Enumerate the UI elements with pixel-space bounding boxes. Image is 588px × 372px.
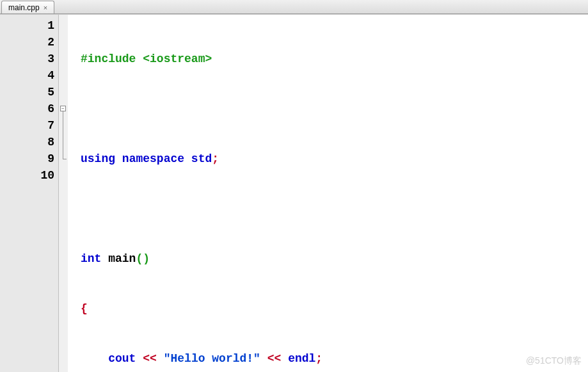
token-header: <iostream>: [143, 53, 212, 65]
token-brace: {: [81, 302, 88, 315]
code-line: #include <iostream>: [81, 51, 588, 67]
tab-filename: main.cpp: [8, 3, 40, 12]
line-number: 6: [0, 101, 54, 117]
token-keyword: namespace: [122, 152, 184, 165]
fold-guide: [63, 134, 63, 150]
line-number: 4: [0, 67, 54, 84]
fold-cell: [59, 117, 68, 134]
file-tab[interactable]: main.cpp ×: [1, 1, 54, 13]
fold-gutter: −: [59, 15, 68, 372]
code-line: cout << "Hello world!" << endl;: [81, 350, 588, 367]
line-number: 7: [0, 117, 54, 134]
token-paren: (: [136, 252, 143, 265]
token-keyword: int: [81, 252, 101, 265]
fold-cell: [59, 167, 68, 184]
code-line: {: [81, 300, 588, 317]
line-number: 2: [0, 34, 54, 51]
line-number: 3: [0, 51, 54, 67]
token-ident: std: [191, 152, 212, 165]
fold-guide: [63, 150, 63, 159]
fold-cell: [59, 51, 68, 67]
fold-guide: [63, 117, 63, 134]
space: [260, 352, 267, 365]
fold-cell: [59, 34, 68, 51]
token-preproc: #include: [81, 53, 136, 65]
fold-guide: [63, 111, 63, 117]
code-line: [81, 101, 588, 117]
line-number: 10: [0, 167, 54, 184]
fold-cell: [59, 84, 68, 101]
space: [157, 352, 164, 365]
fold-cell: [59, 67, 68, 84]
tab-bar: main.cpp ×: [0, 0, 588, 14]
code-line: [81, 200, 588, 217]
line-number: 9: [0, 150, 54, 167]
editor-area: 1 2 3 4 5 6 7 8 9 10 − #include <io: [0, 14, 588, 372]
line-number-gutter: 1 2 3 4 5 6 7 8 9 10: [0, 15, 59, 372]
token-ident: main: [108, 252, 136, 265]
token-op: <<: [267, 352, 282, 365]
token-punct: ;: [212, 152, 219, 165]
fold-cell: [59, 134, 68, 150]
watermark: @51CTO博客: [526, 355, 582, 367]
token-keyword: using: [81, 152, 115, 165]
fold-cell: [59, 17, 68, 34]
line-number: 1: [0, 17, 54, 34]
close-icon[interactable]: ×: [44, 4, 47, 12]
token-paren: ): [143, 252, 150, 265]
fold-cell: [59, 150, 68, 167]
line-number: 8: [0, 134, 54, 150]
fold-cell: −: [59, 101, 68, 117]
indent: [81, 352, 108, 365]
fold-end: [63, 159, 67, 159]
space: [136, 352, 143, 365]
token-string: "Hello world!": [164, 352, 260, 365]
token-ident: cout: [108, 352, 136, 365]
token-ident: endl: [288, 352, 315, 365]
code-line: using namespace std;: [81, 150, 588, 167]
code-line: int main(): [81, 250, 588, 267]
line-number: 5: [0, 84, 54, 101]
code-area[interactable]: #include <iostream> using namespace std;…: [68, 15, 588, 372]
token-punct: ;: [315, 352, 322, 365]
space: [281, 352, 288, 365]
token-op: <<: [143, 352, 157, 365]
fold-toggle-icon[interactable]: −: [60, 106, 66, 111]
